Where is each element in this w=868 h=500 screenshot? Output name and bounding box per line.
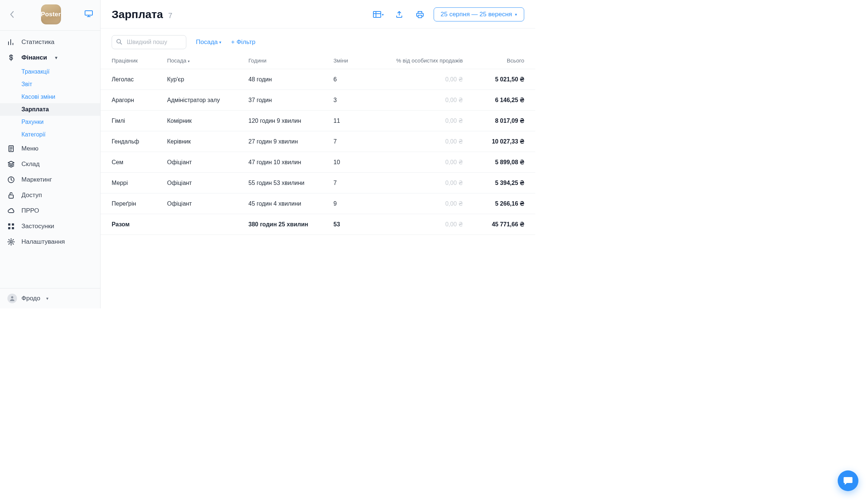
col-hours-header[interactable]: Години — [237, 53, 322, 69]
table-row[interactable]: МерріОфіціант55 годин 53 хвилини70,00 ₴5… — [101, 173, 535, 193]
chevron-down-icon: ▾ — [219, 40, 221, 45]
cell-total-sum: 45 771,66 ₴ — [474, 214, 535, 235]
cell-total-label: Разом — [101, 214, 156, 235]
cell-total: 5 266,16 ₴ — [474, 193, 535, 214]
cell-position: Кур'єр — [156, 69, 237, 90]
grid-icon — [7, 223, 15, 230]
back-button[interactable] — [7, 11, 17, 18]
sidebar-item-label: Фінанси — [21, 54, 47, 61]
cell-shifts: 6 — [322, 69, 374, 90]
col-total-header[interactable]: Всього — [474, 53, 535, 69]
position-filter-button[interactable]: Посада ▾ — [196, 38, 221, 46]
sidebar-subitem-1[interactable]: Звіт — [21, 78, 100, 91]
sidebar-item-label: Налаштування — [21, 238, 65, 246]
sidebar-item-6[interactable]: ПРРО — [0, 203, 100, 219]
cell-pct: 0,00 ₴ — [374, 131, 474, 152]
sidebar-item-label: Застосунки — [21, 223, 54, 230]
table-icon — [373, 11, 381, 18]
gear-icon — [7, 238, 15, 246]
toolbar: Посада ▾ + Фільтр — [101, 28, 535, 53]
app-root: Poster СтатистикаФінанси▾ТранзакціїЗвітК… — [0, 0, 535, 308]
svg-rect-10 — [373, 11, 381, 17]
sidebar-subitem-5[interactable]: Категорії — [21, 128, 100, 141]
terminal-button[interactable] — [85, 10, 93, 19]
sidebar-item-4[interactable]: Маркетинг — [0, 172, 100, 188]
sidebar-subitem-3[interactable]: Зарплата — [0, 103, 100, 116]
sidebar-item-0[interactable]: Статистика — [0, 34, 100, 50]
cell-total: 5 394,25 ₴ — [474, 173, 535, 193]
sidebar-subitem-0[interactable]: Транзакції — [21, 65, 100, 78]
cell-position: Керівник — [156, 131, 237, 152]
sort-caret-icon: ▾ — [188, 59, 190, 63]
table-row[interactable]: ЛеголасКур'єр48 годин60,00 ₴5 021,50 ₴ — [101, 69, 535, 90]
cell-pct: 0,00 ₴ — [374, 173, 474, 193]
sidebar-item-1[interactable]: Фінанси▾ — [0, 50, 100, 65]
cell-shifts: 9 — [322, 193, 374, 214]
sidebar-item-label: Меню — [21, 145, 38, 152]
chevron-down-icon: ▾ — [55, 55, 57, 60]
sidebar-item-8[interactable]: Налаштування — [0, 234, 100, 250]
cell-hours: 45 годин 4 хвилини — [237, 193, 322, 214]
avatar — [7, 294, 17, 303]
cell-total: 6 146,25 ₴ — [474, 90, 535, 111]
search-icon — [116, 39, 122, 46]
add-filter-label: + Фільтр — [231, 38, 255, 46]
sidebar-item-label: Доступ — [21, 192, 42, 199]
search-input[interactable] — [112, 35, 186, 49]
sidebar-item-label: Склад — [21, 161, 40, 168]
cell-total-hours: 380 годин 25 хвилин — [237, 214, 322, 235]
cell-shifts: 10 — [322, 152, 374, 173]
layers-icon — [7, 161, 15, 168]
table-row[interactable]: ГімліКомірник120 годин 9 хвилин110,00 ₴8… — [101, 111, 535, 131]
cell-position: Офіціант — [156, 193, 237, 214]
chevron-down-icon: ▾ — [46, 296, 48, 301]
cell-employee: Гімлі — [101, 111, 156, 131]
columns-button[interactable]: ▾ — [372, 7, 386, 21]
col-employee-header[interactable]: Працівник — [101, 53, 156, 69]
sidebar-item-2[interactable]: Меню — [0, 141, 100, 156]
brand-logo[interactable]: Poster — [41, 4, 61, 24]
svg-rect-4 — [8, 223, 10, 226]
table-row[interactable]: ГендальфКерівник27 годин 9 хвилин70,00 ₴… — [101, 131, 535, 152]
sidebar-item-3[interactable]: Склад — [0, 156, 100, 172]
finance-submenu: ТранзакціїЗвітКасові зміниЗарплатаРахунк… — [0, 65, 100, 141]
col-shifts-header[interactable]: Зміни — [322, 53, 374, 69]
cell-shifts: 7 — [322, 131, 374, 152]
chevron-down-icon: ▾ — [382, 13, 384, 17]
sidebar-item-5[interactable]: Доступ — [0, 188, 100, 203]
cell-hours: 37 годин — [237, 90, 322, 111]
user-menu[interactable]: Фродо ▾ — [0, 288, 100, 308]
search-wrap — [112, 35, 186, 49]
page-count-badge: 7 — [168, 11, 172, 20]
svg-rect-0 — [85, 11, 92, 15]
dollar-icon — [7, 54, 15, 61]
clock-icon — [7, 176, 15, 183]
sidebar-item-7[interactable]: Застосунки — [0, 219, 100, 234]
table-row[interactable]: СемОфіціант47 годин 10 хвилин100,00 ₴5 8… — [101, 152, 535, 173]
cell-position: Офіціант — [156, 173, 237, 193]
cell-shifts: 11 — [322, 111, 374, 131]
export-button[interactable] — [392, 7, 406, 21]
cell-employee: Переґрін — [101, 193, 156, 214]
col-position-header[interactable]: Посада▾ — [156, 53, 237, 69]
cell-pct: 0,00 ₴ — [374, 111, 474, 131]
payroll-table: Працівник Посада▾ Години Зміни % від осо… — [101, 53, 535, 235]
cell-position: Офіціант — [156, 152, 237, 173]
sidebar-subitem-2[interactable]: Касові зміни — [21, 91, 100, 103]
table-row[interactable]: АрагорнАдміністратор залу37 годин30,00 ₴… — [101, 90, 535, 111]
cell-position: Адміністратор залу — [156, 90, 237, 111]
cloud-icon — [7, 207, 15, 214]
sidebar-subitem-4[interactable]: Рахунки — [21, 116, 100, 128]
col-pct-header[interactable]: % від особистих продажів — [374, 53, 474, 69]
table-header-row: Працівник Посада▾ Години Зміни % від осо… — [101, 53, 535, 69]
date-range-picker[interactable]: 25 серпня — 25 вересня ▾ — [434, 7, 524, 21]
add-filter-button[interactable]: + Фільтр — [231, 38, 255, 46]
cell-pct: 0,00 ₴ — [374, 69, 474, 90]
svg-point-9 — [11, 296, 13, 298]
svg-point-8 — [10, 241, 12, 243]
nav: СтатистикаФінанси▾ТранзакціїЗвітКасові з… — [0, 31, 100, 288]
cell-shifts: 3 — [322, 90, 374, 111]
cell-hours: 55 годин 53 хвилини — [237, 173, 322, 193]
table-row[interactable]: ПереґрінОфіціант45 годин 4 хвилини90,00 … — [101, 193, 535, 214]
print-button[interactable] — [413, 7, 427, 21]
